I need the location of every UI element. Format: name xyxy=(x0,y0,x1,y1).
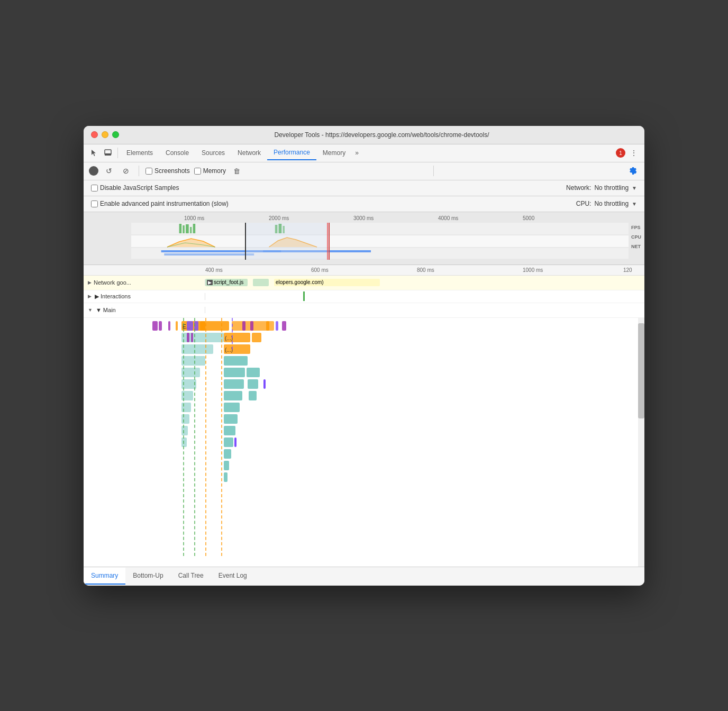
tab-call-tree[interactable]: Call Tree xyxy=(171,568,211,585)
tab-performance[interactable]: Performance xyxy=(267,145,316,160)
fc-block-teal-11[interactable] xyxy=(181,391,193,400)
fc-block-orange-1[interactable] xyxy=(176,321,178,331)
fc-block-purple-8[interactable] xyxy=(191,333,193,342)
fc-block-purple-1[interactable] xyxy=(152,321,158,331)
record-button[interactable] xyxy=(89,166,98,176)
cpu-overview-label: CPU xyxy=(631,234,641,240)
svg-rect-6 xyxy=(190,227,192,233)
fc-block-teal-14[interactable] xyxy=(181,403,191,412)
settings-gear-icon[interactable] xyxy=(626,165,639,177)
fc-block-violet-4[interactable] xyxy=(263,379,266,389)
minimize-button[interactable] xyxy=(102,131,108,138)
net-item-3[interactable]: elopers.google.com) xyxy=(274,279,380,286)
network-label: Network: xyxy=(566,184,591,192)
svg-rect-5 xyxy=(186,224,189,233)
tab-summary[interactable]: Summary xyxy=(84,568,125,585)
fc-block-orange-2[interactable] xyxy=(200,321,205,331)
overview-area[interactable]: 1000 ms 2000 ms 3000 ms 4000 ms 5000 xyxy=(84,212,644,265)
fc-block-orange-row2[interactable]: (...) xyxy=(224,333,250,342)
fc-block-teal-23[interactable] xyxy=(224,461,229,470)
flame-row-14 xyxy=(84,471,638,483)
fc-block-teal-5[interactable] xyxy=(181,368,200,377)
fc-block-teal-24[interactable] xyxy=(224,472,228,482)
pointer-icon[interactable] xyxy=(88,147,101,159)
fc-block-teal-8[interactable] xyxy=(181,379,196,389)
fc-block-purple-4[interactable] xyxy=(242,321,245,331)
disable-js-checkbox[interactable] xyxy=(91,185,98,192)
fc-block-orange-row3[interactable]: (...) xyxy=(224,344,250,354)
interactions-expand-arrow[interactable]: ▶ xyxy=(88,294,92,299)
fc-block-teal-21[interactable] xyxy=(224,437,233,447)
red-marker-line xyxy=(327,223,328,260)
fc-block-teal-20[interactable] xyxy=(181,437,187,447)
flame-chart-inner: E... xyxy=(84,318,638,567)
fc-block-teal-10[interactable] xyxy=(248,379,258,389)
fc-block-teal-6[interactable] xyxy=(224,368,245,377)
window-title: Developer Tools - https://developers.goo… xyxy=(126,131,637,139)
trash-button[interactable]: 🗑 xyxy=(230,165,243,177)
fc-block-violet-5[interactable] xyxy=(234,437,236,447)
maximize-button[interactable] xyxy=(112,131,119,138)
tab-console[interactable]: Console xyxy=(159,146,195,160)
memory-checkbox-label[interactable]: Memory xyxy=(194,167,226,175)
close-button[interactable] xyxy=(91,131,98,138)
disable-js-label[interactable]: Disable JavaScript Samples xyxy=(91,184,179,192)
fc-block-teal-15[interactable] xyxy=(224,403,240,412)
main-collapse-arrow[interactable]: ▼ xyxy=(88,307,93,313)
network-expand-arrow[interactable]: ▶ xyxy=(88,280,92,285)
net-item-1[interactable]: ▶ script_foot.js xyxy=(205,279,248,286)
fc-block-orange-3[interactable] xyxy=(266,321,269,331)
dock-icon[interactable] xyxy=(102,147,114,159)
fc-block-teal-4[interactable] xyxy=(224,356,248,366)
fc-block-teal-9[interactable] xyxy=(224,379,244,389)
advanced-paint-checkbox[interactable] xyxy=(91,200,98,207)
bottom-tabs: Summary Bottom-Up Call Tree Event Log xyxy=(84,567,644,586)
memory-checkbox[interactable] xyxy=(194,168,201,175)
fc-block-purple-5[interactable] xyxy=(250,321,253,331)
fc-block-teal-22[interactable] xyxy=(224,449,231,459)
ruler-1000ms: 1000 ms xyxy=(523,267,543,273)
fc-block-teal-2[interactable] xyxy=(181,344,213,354)
interactions-label: ▶ ▶ Interactions xyxy=(84,293,205,300)
fc-block-purple-7[interactable] xyxy=(187,333,189,342)
reload-record-button[interactable]: ↺ xyxy=(103,165,115,177)
tab-elements[interactable]: Elements xyxy=(120,146,159,160)
fc-block-violet-3[interactable] xyxy=(276,321,278,331)
net-item-2[interactable] xyxy=(253,279,269,286)
more-tabs[interactable]: » xyxy=(352,147,362,159)
separator3 xyxy=(433,166,434,176)
flame-row-1: E... xyxy=(84,320,638,332)
flame-row-4 xyxy=(84,355,638,367)
tab-sources[interactable]: Sources xyxy=(195,146,231,160)
tab-event-log[interactable]: Event Log xyxy=(211,568,254,585)
fc-block-orange-row2b[interactable] xyxy=(252,333,261,342)
tab-memory[interactable]: Memory xyxy=(316,146,352,160)
fc-block-teal-13[interactable] xyxy=(249,391,257,400)
fc-block-purple-2[interactable] xyxy=(159,321,162,331)
fc-block-teal-16[interactable] xyxy=(181,414,189,424)
screenshots-checkbox[interactable] xyxy=(145,168,152,175)
fc-block-teal-17[interactable] xyxy=(224,414,238,424)
scrollbar-v[interactable] xyxy=(638,318,644,567)
fc-block-purple-3[interactable] xyxy=(168,321,170,331)
tab-network[interactable]: Network xyxy=(231,146,267,160)
advanced-paint-label[interactable]: Enable advanced paint instrumentation (s… xyxy=(91,200,229,207)
scrollbar-thumb[interactable] xyxy=(638,323,644,418)
fc-block-teal-12[interactable] xyxy=(224,391,242,400)
cpu-dropdown-arrow[interactable]: ▼ xyxy=(632,201,637,207)
fc-block-teal-7[interactable] xyxy=(247,368,260,377)
fc-block-purple-6[interactable] xyxy=(282,321,286,331)
tab-bottom-up[interactable]: Bottom-Up xyxy=(125,568,170,585)
network-dropdown-arrow[interactable]: ▼ xyxy=(632,185,637,191)
more-options-icon[interactable]: ⋮ xyxy=(627,147,640,159)
fc-block-teal-19[interactable] xyxy=(224,426,235,435)
selected-range-overlay[interactable] xyxy=(245,223,330,260)
fc-block-violet-1[interactable] xyxy=(187,321,193,331)
fc-block-teal-18[interactable] xyxy=(181,426,188,435)
traffic-lights xyxy=(91,131,119,138)
fc-block-violet-2[interactable] xyxy=(194,321,198,331)
ruler-120: 120 xyxy=(623,267,632,273)
screenshots-checkbox-label[interactable]: Screenshots xyxy=(145,167,190,175)
clear-button[interactable]: ⊘ xyxy=(120,165,132,177)
fc-block-teal-3[interactable] xyxy=(181,356,205,366)
